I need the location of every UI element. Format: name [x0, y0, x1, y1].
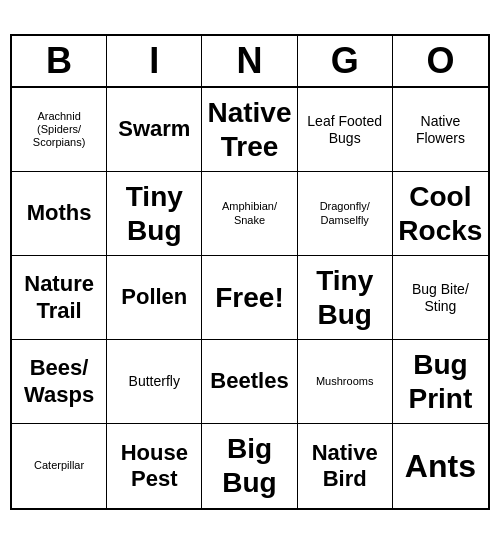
- cell-text-r1-c1: Tiny Bug: [111, 180, 197, 247]
- cell-text-r2-c1: Pollen: [121, 284, 187, 310]
- cell-r1-c0: Moths: [12, 172, 107, 256]
- cell-r3-c2: Beetles: [202, 340, 297, 424]
- header-letter-n: N: [202, 36, 297, 86]
- header-letter-i: I: [107, 36, 202, 86]
- cell-r4-c0: Caterpillar: [12, 424, 107, 508]
- cell-r0-c1: Swarm: [107, 88, 202, 172]
- cell-r2-c1: Pollen: [107, 256, 202, 340]
- cell-text-r4-c2: Big Bug: [206, 432, 292, 499]
- cell-r0-c0: Arachnid (Spiders/ Scorpians): [12, 88, 107, 172]
- cell-text-r1-c3: Dragonfly/ Damselfly: [302, 200, 388, 226]
- cell-r1-c3: Dragonfly/ Damselfly: [298, 172, 393, 256]
- cell-r2-c2: Free!: [202, 256, 297, 340]
- cell-r1-c2: Amphibian/ Snake: [202, 172, 297, 256]
- cell-r3-c1: Butterfly: [107, 340, 202, 424]
- cell-text-r0-c2: Native Tree: [206, 96, 292, 163]
- cell-r0-c3: Leaf Footed Bugs: [298, 88, 393, 172]
- cell-r0-c4: Native Flowers: [393, 88, 488, 172]
- cell-text-r4-c0: Caterpillar: [34, 459, 84, 472]
- cell-text-r3-c2: Beetles: [210, 368, 288, 394]
- cell-r2-c0: Nature Trail: [12, 256, 107, 340]
- cell-r3-c3: Mushrooms: [298, 340, 393, 424]
- cell-r4-c4: Ants: [393, 424, 488, 508]
- cell-text-r3-c3: Mushrooms: [316, 375, 373, 388]
- cell-text-r0-c1: Swarm: [118, 116, 190, 142]
- cell-text-r3-c1: Butterfly: [129, 373, 180, 390]
- cell-r3-c4: Bug Print: [393, 340, 488, 424]
- cell-r2-c3: Tiny Bug: [298, 256, 393, 340]
- cell-text-r1-c2: Amphibian/ Snake: [206, 200, 292, 226]
- cell-r4-c1: House Pest: [107, 424, 202, 508]
- cell-text-r1-c4: Cool Rocks: [397, 180, 484, 247]
- header-letter-b: B: [12, 36, 107, 86]
- cell-text-r3-c0: Bees/ Wasps: [16, 355, 102, 408]
- bingo-header: BINGO: [12, 36, 488, 88]
- cell-r4-c3: Native Bird: [298, 424, 393, 508]
- cell-text-r4-c1: House Pest: [111, 440, 197, 493]
- header-letter-g: G: [298, 36, 393, 86]
- cell-r2-c4: Bug Bite/ Sting: [393, 256, 488, 340]
- cell-r1-c4: Cool Rocks: [393, 172, 488, 256]
- cell-text-r0-c4: Native Flowers: [397, 113, 484, 147]
- cell-r0-c2: Native Tree: [202, 88, 297, 172]
- cell-r1-c1: Tiny Bug: [107, 172, 202, 256]
- bingo-grid: Arachnid (Spiders/ Scorpians)SwarmNative…: [12, 88, 488, 508]
- cell-text-r3-c4: Bug Print: [397, 348, 484, 415]
- cell-text-r4-c3: Native Bird: [302, 440, 388, 493]
- cell-text-r2-c4: Bug Bite/ Sting: [397, 281, 484, 315]
- cell-text-r2-c2: Free!: [215, 281, 283, 315]
- cell-text-r0-c3: Leaf Footed Bugs: [302, 113, 388, 147]
- header-letter-o: O: [393, 36, 488, 86]
- cell-r3-c0: Bees/ Wasps: [12, 340, 107, 424]
- cell-text-r2-c3: Tiny Bug: [302, 264, 388, 331]
- cell-text-r2-c0: Nature Trail: [16, 271, 102, 324]
- bingo-card: BINGO Arachnid (Spiders/ Scorpians)Swarm…: [10, 34, 490, 510]
- cell-text-r1-c0: Moths: [27, 200, 92, 226]
- cell-text-r4-c4: Ants: [405, 447, 476, 485]
- cell-r4-c2: Big Bug: [202, 424, 297, 508]
- cell-text-r0-c0: Arachnid (Spiders/ Scorpians): [16, 110, 102, 150]
